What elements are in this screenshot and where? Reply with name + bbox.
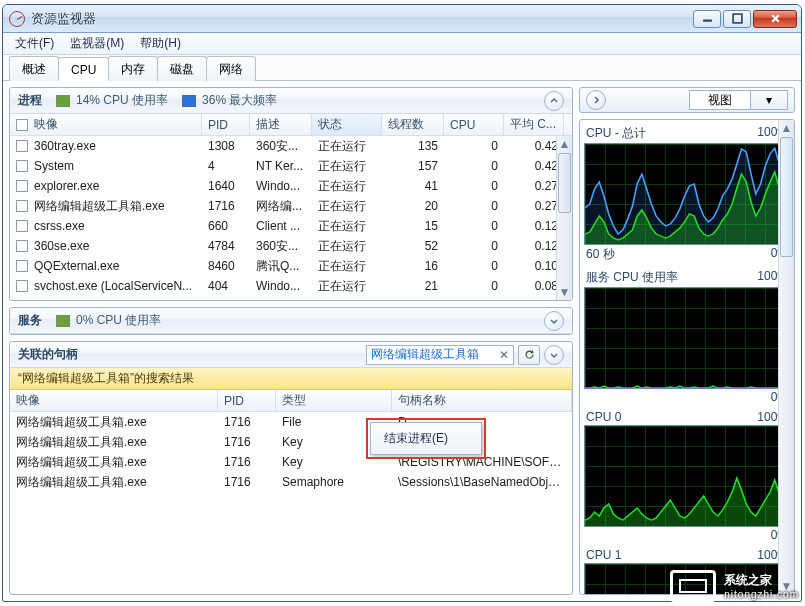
menubar: 文件(F) 监视器(M) 帮助(H) [3, 33, 801, 55]
row-checkbox[interactable] [16, 260, 28, 272]
graphs-collapse-button[interactable] [586, 90, 606, 110]
scroll-thumb[interactable] [780, 137, 793, 257]
handles-rows[interactable]: 网络编辑超级工具箱.exe1716FileD网络编辑超级工具箱.exe1716K… [10, 412, 572, 594]
graph-title: 服务 CPU 使用率 [586, 269, 678, 286]
minimize-button[interactable] [693, 10, 721, 28]
tab-disk[interactable]: 磁盘 [157, 56, 207, 81]
col-threads[interactable]: 线程数 [382, 114, 444, 135]
table-row[interactable]: 网络编辑超级工具箱.exe1716Key\REGISTRY\MACHINE\SO… [10, 452, 572, 472]
handles-title: 关联的句柄 [18, 346, 78, 363]
table-row[interactable]: 网络编辑超级工具箱.exe1716网络编...正在运行2000.27 [10, 196, 572, 216]
graph-title: CPU - 总计 [586, 125, 646, 142]
scroll-down-icon[interactable]: ▼ [557, 284, 572, 300]
context-menu: 结束进程(E) [370, 422, 482, 455]
scroll-up-icon[interactable]: ▲ [779, 120, 794, 136]
tab-network[interactable]: 网络 [206, 56, 256, 81]
handles-header[interactable]: 关联的句柄 ✕ [10, 342, 572, 368]
menu-help[interactable]: 帮助(H) [132, 33, 189, 54]
window-title: 资源监视器 [31, 10, 693, 28]
end-process-menuitem[interactable]: 结束进程(E) [374, 426, 478, 451]
table-row[interactable]: csrss.exe660Client ...正在运行1500.12 [10, 216, 572, 236]
graph-canvas [584, 143, 790, 245]
col-status[interactable]: 状态 [312, 114, 382, 135]
titlebar[interactable]: 资源监视器 [3, 5, 801, 33]
processes-title: 进程 [18, 92, 42, 109]
services-header[interactable]: 服务 0% CPU 使用率 [10, 308, 572, 334]
search-results-banner: “网络编辑超级工具箱”的搜索结果 [10, 368, 572, 390]
col-cpu[interactable]: CPU [444, 114, 504, 135]
graph: CPU 0100%0% [584, 409, 790, 543]
table-row[interactable]: explorer.exe1640Windo...正在运行4100.27 [10, 176, 572, 196]
services-panel: 服务 0% CPU 使用率 [9, 307, 573, 335]
close-button[interactable] [753, 10, 797, 28]
table-row[interactable]: System4NT Ker...正在运行15700.42 [10, 156, 572, 176]
graph-canvas [584, 287, 790, 389]
services-cpu-stat: 0% CPU 使用率 [56, 312, 161, 329]
hcol-type[interactable]: 类型 [276, 390, 392, 411]
row-checkbox[interactable] [16, 160, 28, 172]
graph: 服务 CPU 使用率100%0% [584, 268, 790, 405]
select-all-checkbox[interactable] [16, 119, 28, 131]
max-freq-stat: 36% 最大频率 [182, 92, 277, 109]
green-chip-icon [56, 95, 70, 107]
table-row[interactable]: 网络编辑超级工具箱.exe1716FileD [10, 412, 572, 432]
row-checkbox[interactable] [16, 180, 28, 192]
table-row[interactable]: 360se.exe4784360安...正在运行5200.12 [10, 236, 572, 256]
cpu-usage-stat: 14% CPU 使用率 [56, 92, 168, 109]
green-chip-icon [56, 315, 70, 327]
tabstrip: 概述 CPU 内存 磁盘 网络 [3, 55, 801, 81]
col-pid[interactable]: PID [202, 114, 250, 135]
graph: CPU 1100% [584, 547, 790, 595]
graph-title: CPU 0 [586, 410, 621, 424]
col-avg[interactable]: 平均 C... [504, 114, 564, 135]
graphs-container: CPU - 总计100%60 秒0%服务 CPU 使用率100%0%CPU 01… [579, 119, 795, 595]
handles-collapse-button[interactable] [544, 345, 564, 365]
tab-overview[interactable]: 概述 [9, 56, 59, 81]
clear-search-icon[interactable]: ✕ [496, 347, 512, 363]
view-label: 视图 [690, 92, 750, 109]
chevron-down-icon[interactable]: ▾ [750, 91, 787, 109]
table-row[interactable]: 360tray.exe1308360安...正在运行13500.42 [10, 136, 572, 156]
menu-monitor[interactable]: 监视器(M) [62, 33, 132, 54]
menu-file[interactable]: 文件(F) [7, 33, 62, 54]
maximize-button[interactable] [723, 10, 751, 28]
svg-rect-0 [733, 14, 742, 23]
tab-memory[interactable]: 内存 [108, 56, 158, 81]
handles-columns: 映像 PID 类型 句柄名称 [10, 390, 572, 412]
blue-chip-icon [182, 95, 196, 107]
services-expand-button[interactable] [544, 311, 564, 331]
scroll-up-icon[interactable]: ▲ [557, 136, 572, 152]
graphs-scrollbar[interactable]: ▲ ▼ [778, 120, 794, 594]
table-row[interactable]: 网络编辑超级工具箱.exe1716Key\...\... [10, 432, 572, 452]
processes-collapse-button[interactable] [544, 91, 564, 111]
processes-panel: 进程 14% CPU 使用率 36% 最大频率 映像 PID 描述 状态 线程数… [9, 87, 573, 301]
processes-header[interactable]: 进程 14% CPU 使用率 36% 最大频率 [10, 88, 572, 114]
handles-search: ✕ [366, 345, 564, 365]
graph-title: CPU 1 [586, 548, 621, 562]
row-checkbox[interactable] [16, 240, 28, 252]
view-selector[interactable]: 视图 ▾ [689, 90, 788, 110]
handles-panel: 关联的句柄 ✕ “网络编辑超级工具箱”的搜索结果 映像 PID 类型 句柄名称 [9, 341, 573, 595]
scroll-down-icon[interactable]: ▼ [779, 578, 794, 594]
row-checkbox[interactable] [16, 140, 28, 152]
graph-canvas [584, 425, 790, 527]
row-checkbox[interactable] [16, 280, 28, 292]
table-row[interactable]: 网络编辑超级工具箱.exe1716Semaphore\Sessions\1\Ba… [10, 472, 572, 492]
hcol-pid[interactable]: PID [218, 390, 276, 411]
row-checkbox[interactable] [16, 200, 28, 212]
scroll-thumb[interactable] [558, 153, 571, 213]
row-checkbox[interactable] [16, 220, 28, 232]
col-desc[interactable]: 描述 [250, 114, 312, 135]
handles-search-input[interactable] [366, 345, 514, 365]
hcol-image[interactable]: 映像 [10, 390, 218, 411]
table-row[interactable]: svchost.exe (LocalServiceN...404Windo...… [10, 276, 572, 296]
refresh-search-button[interactable] [518, 345, 540, 365]
graph-canvas [584, 563, 790, 595]
processes-rows[interactable]: 360tray.exe1308360安...正在运行13500.42System… [10, 136, 572, 300]
table-row[interactable]: QQExternal.exe8460腾讯Q...正在运行1600.10 [10, 256, 572, 276]
col-image[interactable]: 映像 [10, 114, 202, 135]
tab-cpu[interactable]: CPU [58, 57, 109, 81]
hcol-name[interactable]: 句柄名称 [392, 390, 572, 411]
resource-monitor-window: 资源监视器 文件(F) 监视器(M) 帮助(H) 概述 CPU 内存 磁盘 网络… [2, 4, 802, 602]
processes-scrollbar[interactable]: ▲ ▼ [556, 136, 572, 300]
